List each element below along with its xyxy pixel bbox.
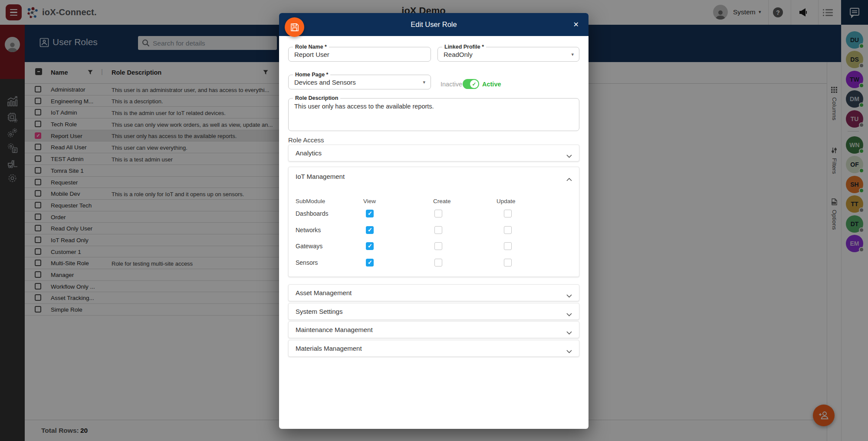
- accordion-system-settings[interactable]: System Settings: [288, 303, 579, 320]
- accordion-label: IoT Management: [296, 167, 345, 186]
- field-value: ReadOnly: [444, 47, 473, 62]
- accordion-label: Analytics: [296, 145, 322, 161]
- chevron-down-icon: [566, 347, 572, 355]
- active-toggle[interactable]: [463, 79, 479, 89]
- create-checkbox[interactable]: [434, 226, 442, 234]
- accordion-label: Maintenance Management: [296, 322, 373, 338]
- save-button[interactable]: [285, 17, 304, 37]
- linked-profile-select[interactable]: Linked Profile * ReadOnly ▾: [437, 47, 579, 62]
- accordion-label: Materials Management: [296, 340, 362, 357]
- accordion-analytics[interactable]: Analytics: [288, 145, 579, 161]
- view-checkbox[interactable]: [366, 242, 374, 250]
- iot-row-name: Dashboards: [296, 210, 329, 217]
- accordion-materials-management[interactable]: Materials Management: [288, 340, 579, 357]
- update-checkbox[interactable]: [504, 242, 512, 250]
- close-icon[interactable]: ✕: [573, 20, 579, 29]
- update-checkbox[interactable]: [504, 210, 512, 217]
- active-label: Active: [482, 81, 501, 88]
- field-label: Role Description: [293, 95, 340, 101]
- create-checkbox[interactable]: [434, 210, 442, 217]
- inactive-label: Inactive: [441, 81, 462, 88]
- update-checkbox[interactable]: [504, 226, 512, 234]
- field-value: Devices and Sensors: [294, 75, 356, 89]
- role-description-field[interactable]: Role Description This user only has acce…: [288, 98, 579, 131]
- accordion-label: Asset Management: [296, 285, 352, 301]
- iot-row-name: Networks: [296, 227, 321, 234]
- view-checkbox[interactable]: [366, 210, 374, 217]
- create-checkbox[interactable]: [434, 242, 442, 250]
- chevron-down-icon: [566, 310, 572, 318]
- iot-col-submodule: SubModule: [296, 198, 325, 204]
- field-value: Report User: [294, 47, 329, 62]
- iot-col-create: Create: [433, 198, 451, 204]
- modal-header: Edit User Role ✕: [279, 13, 589, 36]
- toggle-knob-check-icon: [470, 80, 478, 88]
- chevron-down-icon: [566, 329, 572, 336]
- home-page-select[interactable]: Home Page * Devices and Sensors ▾: [288, 75, 431, 89]
- chevron-down-icon: [566, 292, 572, 299]
- view-checkbox[interactable]: [366, 226, 374, 234]
- view-checkbox[interactable]: [366, 259, 374, 267]
- iot-row-name: Sensors: [296, 259, 318, 266]
- role-name-field[interactable]: Role Name * Report User: [288, 47, 431, 62]
- dropdown-arrow-icon[interactable]: ▾: [423, 75, 425, 89]
- accordion-maintenance-management[interactable]: Maintenance Management: [288, 321, 579, 338]
- accordion-iot-management[interactable]: IoT Management SubModule View Create Upd…: [288, 167, 579, 277]
- accordion-label: System Settings: [296, 303, 342, 320]
- iot-col-view: View: [363, 198, 376, 204]
- create-checkbox[interactable]: [434, 259, 442, 267]
- iot-col-update: Update: [496, 198, 516, 204]
- field-value: This user only has access to the availab…: [294, 103, 434, 110]
- edit-user-role-modal: Edit User Role ✕ Role Name * Report User…: [279, 13, 589, 429]
- accordion-asset-management[interactable]: Asset Management: [288, 284, 579, 301]
- chevron-down-icon: [566, 152, 572, 160]
- update-checkbox[interactable]: [504, 259, 512, 267]
- iot-row-name: Gateways: [296, 243, 322, 250]
- modal-title: Edit User Role: [411, 20, 457, 29]
- chevron-up-icon: [566, 175, 572, 183]
- save-floppy-icon: [289, 22, 300, 33]
- role-access-label: Role Access: [288, 136, 324, 144]
- screen: ioX-Connect. ioX Demo System ▾ ? User Ro…: [0, 0, 868, 441]
- dropdown-arrow-icon[interactable]: ▾: [571, 47, 574, 62]
